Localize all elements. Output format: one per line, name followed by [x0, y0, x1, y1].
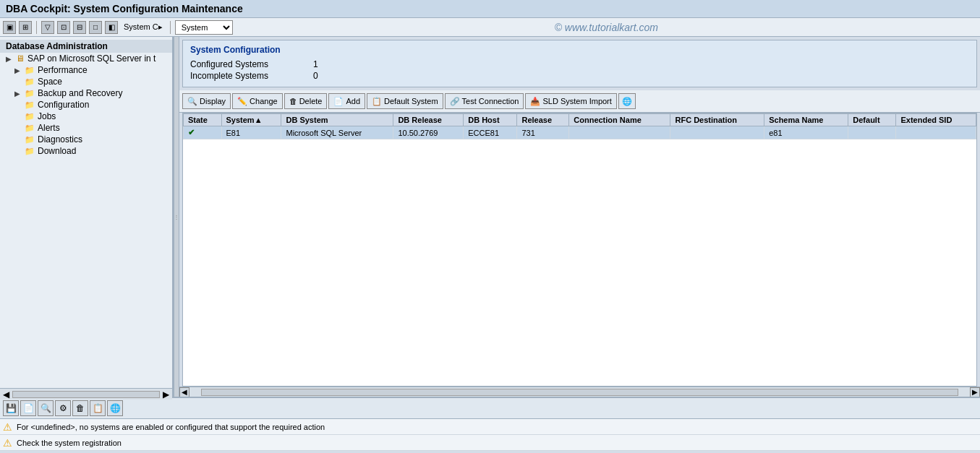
menu-icon-7[interactable]: ◧	[105, 21, 118, 34]
test-connection-button[interactable]: 🔗 Test Connection	[445, 93, 524, 109]
col-db-host: DB Host	[464, 114, 517, 126]
status-btn-search[interactable]: 🔍	[38, 400, 54, 416]
add-button[interactable]: 📄 Add	[328, 93, 365, 109]
action-toolbar: 🔍 Display ✏️ Change 🗑 Delete 📄 Add 📋	[179, 90, 980, 113]
warning-icon-1: ⚠	[3, 421, 12, 433]
delete-button[interactable]: 🗑 Delete	[284, 93, 328, 109]
col-ext-sid: Extended SID	[896, 114, 976, 126]
col-rfc-dest: RFC Destination	[670, 114, 764, 126]
cell-db-system: Microsoft SQL Server	[281, 126, 393, 139]
sld-import-icon: 📥	[530, 97, 540, 106]
sld-import-button[interactable]: 📥 SLD System Import	[525, 93, 616, 109]
status-btn-settings[interactable]: ⚙	[55, 400, 71, 416]
sidebar-item-download[interactable]: 📁 Download	[0, 145, 172, 157]
cell-system: E81	[221, 126, 281, 139]
menu-icon-1[interactable]: ▣	[3, 21, 16, 34]
default-system-icon: 📋	[372, 97, 382, 106]
sidebar-item-label-space: Space	[38, 77, 62, 87]
col-default: Default	[848, 114, 896, 126]
cell-db-release: 10.50.2769	[393, 126, 464, 139]
scroll-right-arrow[interactable]: ▶	[160, 389, 172, 397]
col-schema-name: Schema Name	[764, 114, 848, 126]
folder-icon-perf: 📁	[25, 66, 35, 75]
sidebar-item-performance[interactable]: ▶ 📁 Performance	[0, 64, 172, 76]
sidebar-hscroll[interactable]	[12, 391, 160, 397]
cell-schema-name: e81	[764, 126, 848, 139]
menu-icon-3[interactable]: ▽	[41, 21, 54, 34]
status-btn-color[interactable]: 🌐	[107, 400, 123, 416]
system-select[interactable]: System	[175, 20, 233, 35]
status-btn-save[interactable]: 💾	[3, 400, 19, 416]
table-header-row: State System▲ DB System DB Release DB Ho…	[184, 114, 976, 126]
warning-text-2: Check the system registration	[17, 439, 122, 447]
col-db-system: DB System	[281, 114, 393, 126]
col-system: System▲	[221, 114, 281, 126]
sidebar-resizer[interactable]: ⋮	[174, 37, 179, 397]
folder-icon-diag: 📁	[25, 135, 35, 144]
status-btn-new[interactable]: 📄	[20, 400, 36, 416]
scroll-left-arrow[interactable]: ◀	[0, 389, 12, 397]
sld-import-label: SLD System Import	[542, 97, 611, 105]
sidebar-item-label-perf: Performance	[38, 65, 88, 75]
warning-icon-2: ⚠	[3, 437, 12, 449]
table-row[interactable]: ✔ E81 Microsoft SQL Server 10.50.2769 EC…	[184, 126, 976, 139]
table-scroll-right[interactable]: ▶	[970, 387, 980, 397]
change-icon: ✏️	[237, 97, 247, 106]
cell-release: 731	[517, 126, 569, 139]
sidebar-item-config[interactable]: 📁 Configuration	[0, 99, 172, 111]
status-btn-print[interactable]: 📋	[90, 400, 106, 416]
delete-label: Delete	[299, 97, 323, 105]
display-button[interactable]: 🔍 Display	[182, 93, 231, 109]
test-connection-label: Test Connection	[462, 97, 519, 105]
folder-icon-config: 📁	[25, 100, 35, 110]
warning-area: ⚠ For <undefined>, no systems are enable…	[0, 418, 980, 451]
menu-icon-4[interactable]: ⊡	[57, 21, 70, 34]
table-scroll-track[interactable]	[201, 389, 958, 396]
sidebar-item-space[interactable]: 📁 Space	[0, 76, 172, 87]
watermark: © www.tutorialkart.com	[236, 22, 977, 33]
incomplete-systems-label: Incomplete Systems	[190, 71, 299, 81]
test-connection-icon: 🔗	[450, 97, 460, 106]
sidebar-item-label-alerts: Alerts	[38, 123, 60, 133]
warning-text-1: For <undefined>, no systems are enabled …	[17, 423, 325, 431]
table-hscroll[interactable]: ◀ ▶	[179, 387, 980, 397]
sidebar-item-label-diag: Diagnostics	[38, 134, 82, 144]
sidebar-item-backup[interactable]: ▶ 📁 Backup and Recovery	[0, 87, 172, 99]
sidebar-item-alerts[interactable]: 📁 Alerts	[0, 122, 172, 134]
sidebar-item-label-jobs: Jobs	[38, 111, 56, 121]
title-bar: DBA Cockpit: System Configuration Mainte…	[0, 0, 980, 18]
sidebar-item-jobs[interactable]: 📁 Jobs	[0, 111, 172, 122]
col-release: Release	[517, 114, 569, 126]
color-button[interactable]: 🌐	[618, 93, 636, 109]
sys-config-panel: System Configuration Configured Systems …	[182, 40, 977, 87]
sidebar-item-diagnostics[interactable]: 📁 Diagnostics	[0, 134, 172, 145]
folder-icon-dl: 📁	[25, 147, 35, 156]
configured-systems-value: 1	[313, 59, 318, 69]
folder-icon-backup: 📁	[25, 89, 35, 98]
change-button[interactable]: ✏️ Change	[232, 93, 283, 109]
sidebar-item-sap-server[interactable]: ▶ 🖥 SAP on Microsoft SQL Server in t	[0, 53, 172, 64]
table-scroll-left[interactable]: ◀	[179, 387, 189, 397]
expand-icon-backup: ▶	[14, 90, 22, 98]
status-btn-delete[interactable]: 🗑	[72, 400, 88, 416]
cell-db-host: ECCE81	[464, 126, 517, 139]
delete-icon: 🗑	[289, 97, 297, 105]
sidebar-item-label-backup: Backup and Recovery	[38, 88, 122, 98]
folder-icon-jobs: 📁	[25, 112, 35, 121]
color-icon: 🌐	[622, 97, 632, 106]
warning-row-1: ⚠ For <undefined>, no systems are enable…	[0, 419, 980, 435]
sidebar: Database Administration ▶ 🖥 SAP on Micro…	[0, 37, 174, 397]
menu-icon-6[interactable]: □	[89, 21, 102, 34]
cell-rfc-dest	[670, 126, 764, 139]
menu-icon-5[interactable]: ⊟	[73, 21, 86, 34]
col-state: State	[184, 114, 222, 126]
folder-icon-alerts: 📁	[25, 124, 35, 133]
sidebar-item-label-dl: Download	[38, 146, 76, 156]
content-area: System Configuration Configured Systems …	[179, 37, 980, 397]
cell-default	[848, 126, 896, 139]
sys-config-row-1: Incomplete Systems 0	[190, 71, 969, 81]
cell-state: ✔	[184, 126, 222, 139]
expand-icon: ▶	[6, 55, 13, 63]
menu-icon-2[interactable]: ⊞	[19, 21, 32, 34]
default-system-button[interactable]: 📋 Default System	[367, 93, 443, 109]
